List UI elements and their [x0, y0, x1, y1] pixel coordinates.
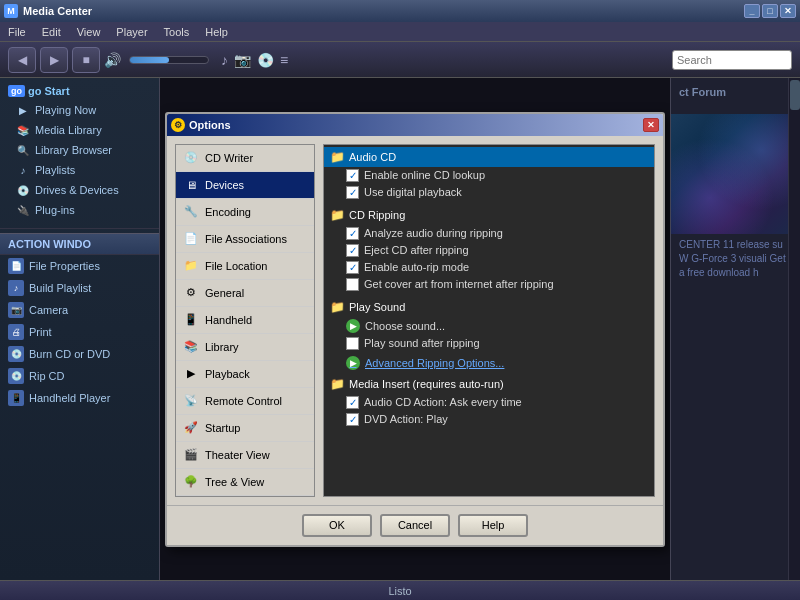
- choose-sound-arrow[interactable]: ▶: [346, 319, 360, 333]
- nav-handheld[interactable]: 📱 Handheld: [176, 307, 314, 334]
- nav-file-location[interactable]: 📁 File Location: [176, 253, 314, 280]
- volume-fill: [130, 57, 169, 63]
- nav-label-remote-control: Remote Control: [205, 395, 282, 407]
- nav-file-associations[interactable]: 📄 File Associations: [176, 226, 314, 253]
- sidebar-item-drives-devices[interactable]: 💿 Drives & Devices: [0, 180, 159, 200]
- audio-cd-section: 📁 Audio CD ✓ Enable online CD lookup ✓ U…: [324, 145, 654, 203]
- handheld-icon: 📱: [8, 390, 24, 406]
- volume-slider[interactable]: [129, 56, 209, 64]
- scrollbar-thumb[interactable]: [790, 80, 800, 110]
- menu-tools[interactable]: Tools: [164, 26, 190, 38]
- nav-general[interactable]: ⚙ General: [176, 280, 314, 307]
- cd-writer-nav-icon: 💿: [182, 149, 200, 167]
- help-button[interactable]: Help: [458, 514, 528, 537]
- playlists-icon: ♪: [16, 163, 30, 177]
- nav-label-playback: Playback: [205, 368, 250, 380]
- choose-sound-item: ▶ Choose sound...: [324, 317, 654, 335]
- analyze-audio-checkbox[interactable]: ✓: [346, 227, 359, 240]
- action-label-rip-cd: Rip CD: [29, 370, 64, 382]
- app-window: M Media Center _ □ ✕ File Edit View Play…: [0, 0, 800, 600]
- dvd-action-item: ✓ DVD Action: Play: [324, 411, 654, 428]
- nav-startup[interactable]: 🚀 Startup: [176, 415, 314, 442]
- audio-cd-folder-icon: 📁: [330, 150, 345, 164]
- app-logo: M: [4, 4, 18, 18]
- eject-cd-checkbox[interactable]: ✓: [346, 244, 359, 257]
- sidebar-item-plugins[interactable]: 🔌 Plug-ins: [0, 200, 159, 220]
- audio-cd-action-checkbox[interactable]: ✓: [346, 396, 359, 409]
- go-start-label: go Start: [28, 85, 70, 97]
- nav-theater-view[interactable]: 🎬 Theater View: [176, 442, 314, 469]
- sidebar-item-playlists[interactable]: ♪ Playlists: [0, 160, 159, 180]
- right-panel: ct Forum CENTER 11 release su W G-Force …: [670, 78, 800, 580]
- close-button[interactable]: ✕: [780, 4, 796, 18]
- dialog-close-button[interactable]: ✕: [643, 118, 659, 132]
- dialog-title-icon: ⚙: [171, 118, 185, 132]
- auto-rip-checkbox[interactable]: ✓: [346, 261, 359, 274]
- action-build-playlist[interactable]: ♪ Build Playlist: [0, 277, 159, 299]
- library-nav-icon: 📚: [182, 338, 200, 356]
- nav-cd-writer[interactable]: 💿 CD Writer: [176, 145, 314, 172]
- nav-playback[interactable]: ▶ Playback: [176, 361, 314, 388]
- drives-icon: 💿: [16, 183, 30, 197]
- sidebar: go go Start ▶ Playing Now 📚 Media Librar…: [0, 78, 160, 580]
- stop-button[interactable]: ■: [72, 47, 100, 73]
- image-decoration: [671, 114, 800, 234]
- audio-cd-action-label: Audio CD Action: Ask every time: [364, 396, 522, 408]
- action-file-properties[interactable]: 📄 File Properties: [0, 255, 159, 277]
- file-properties-icon: 📄: [8, 258, 24, 274]
- dialog-buttons: OK Cancel Help: [167, 505, 663, 545]
- action-rip-cd[interactable]: 💿 Rip CD: [0, 365, 159, 387]
- action-window-header: ACTION WINDO: [0, 233, 159, 255]
- maximize-button[interactable]: □: [762, 4, 778, 18]
- dvd-action-checkbox[interactable]: ✓: [346, 413, 359, 426]
- menu-player[interactable]: Player: [116, 26, 147, 38]
- file-loc-nav-icon: 📁: [182, 257, 200, 275]
- right-scrollbar[interactable]: [788, 78, 800, 580]
- menu-bar: File Edit View Player Tools Help: [0, 22, 800, 42]
- right-panel-news: CENTER 11 release su W G-Force 3 visuali…: [671, 234, 800, 284]
- devices-nav-icon: 🖥: [182, 176, 200, 194]
- forward-button[interactable]: ▶: [40, 47, 68, 73]
- camera-icon: 📷: [234, 52, 251, 68]
- burn-cd-icon: 💿: [8, 346, 24, 362]
- nav-devices[interactable]: 🖥 Devices: [176, 172, 314, 199]
- center-content: ⚙ Options ✕ 💿 CD Writer: [160, 78, 670, 580]
- media-insert-header-text: Media Insert (requires auto-run): [349, 378, 504, 390]
- eject-cd-label: Eject CD after ripping: [364, 244, 469, 256]
- right-panel-content: ct Forum: [671, 78, 800, 106]
- go-start-button[interactable]: go go Start: [0, 82, 159, 100]
- menu-edit[interactable]: Edit: [42, 26, 61, 38]
- dialog-body: 💿 CD Writer 🖥 Devices 🔧 Encoding: [167, 136, 663, 505]
- sidebar-item-library-browser[interactable]: 🔍 Library Browser: [0, 140, 159, 160]
- sidebar-item-playing-now[interactable]: ▶ Playing Now: [0, 100, 159, 120]
- nav-library[interactable]: 📚 Library: [176, 334, 314, 361]
- search-input[interactable]: [672, 50, 792, 70]
- general-nav-icon: ⚙: [182, 284, 200, 302]
- menu-file[interactable]: File: [8, 26, 26, 38]
- options-dialog: ⚙ Options ✕ 💿 CD Writer: [165, 112, 665, 547]
- menu-help[interactable]: Help: [205, 26, 228, 38]
- nav-remote-control[interactable]: 📡 Remote Control: [176, 388, 314, 415]
- play-after-ripping-checkbox[interactable]: [346, 337, 359, 350]
- action-handheld-player[interactable]: 📱 Handheld Player: [0, 387, 159, 409]
- action-print[interactable]: 🖨 Print: [0, 321, 159, 343]
- playing-now-icon: ▶: [16, 103, 30, 117]
- action-camera[interactable]: 📷 Camera: [0, 299, 159, 321]
- minimize-button[interactable]: _: [744, 4, 760, 18]
- cover-art-checkbox[interactable]: [346, 278, 359, 291]
- sidebar-item-media-library[interactable]: 📚 Media Library: [0, 120, 159, 140]
- back-button[interactable]: ◀: [8, 47, 36, 73]
- menu-view[interactable]: View: [77, 26, 101, 38]
- enable-cd-lookup-checkbox[interactable]: ✓: [346, 169, 359, 182]
- icon-group: ♪ 📷 💿 ≡: [221, 52, 288, 68]
- use-digital-playback-checkbox[interactable]: ✓: [346, 186, 359, 199]
- advanced-ripping-link[interactable]: ▶ Advanced Ripping Options...: [324, 354, 654, 372]
- nav-tree-view[interactable]: 🌳 Tree & View: [176, 469, 314, 496]
- nav-label-file-location: File Location: [205, 260, 267, 272]
- ok-button[interactable]: OK: [302, 514, 372, 537]
- cancel-button[interactable]: Cancel: [380, 514, 450, 537]
- camera-action-icon: 📷: [8, 302, 24, 318]
- nav-encoding[interactable]: 🔧 Encoding: [176, 199, 314, 226]
- file-assoc-nav-icon: 📄: [182, 230, 200, 248]
- action-burn-cd[interactable]: 💿 Burn CD or DVD: [0, 343, 159, 365]
